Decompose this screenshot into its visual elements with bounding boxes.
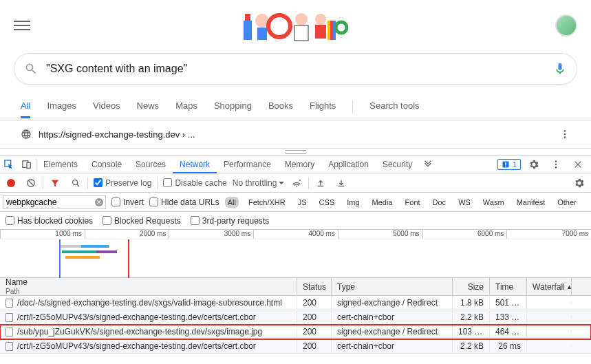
filter-types: All Fetch/XHR JS CSS Img Media Font Doc … <box>225 197 579 208</box>
device-toolbar-icon[interactable] <box>18 156 36 173</box>
tab-performance[interactable]: Performance <box>217 156 278 173</box>
filter-ws[interactable]: WS <box>455 197 473 208</box>
request-path: /crt/l-zG5oMUPv43/s/signed-exchange-test… <box>17 341 256 351</box>
table-row[interactable]: /crt/l-zG5oMUPv43/s/signed-exchange-test… <box>0 339 591 354</box>
filter-clear-icon[interactable]: ✕ <box>95 198 103 206</box>
search-icon-toolbar[interactable] <box>67 174 85 192</box>
filter-img[interactable]: Img <box>344 197 362 208</box>
filter-font[interactable]: Font <box>402 197 423 208</box>
tab-shopping[interactable]: Shopping <box>214 95 252 118</box>
tab-elements[interactable]: Elements <box>36 156 85 173</box>
request-type: cert-chain+cbor <box>332 340 453 352</box>
hide-data-urls-checkbox[interactable]: Hide data URLs <box>149 197 219 207</box>
has-blocked-cookies-checkbox[interactable]: Has blocked cookies <box>6 216 93 226</box>
preserve-log-checkbox[interactable]: Preserve log <box>94 178 151 188</box>
mic-icon[interactable] <box>553 62 567 76</box>
request-status: 200 <box>297 297 332 309</box>
globe-icon <box>21 129 32 140</box>
request-waterfall <box>527 345 572 347</box>
blocked-requests-checkbox[interactable]: Blocked Requests <box>103 216 181 226</box>
tab-security[interactable]: Security <box>376 156 419 173</box>
request-waterfall <box>527 330 572 333</box>
col-type[interactable]: Type <box>332 278 453 295</box>
upload-har-icon[interactable] <box>312 174 330 192</box>
filter-media[interactable]: Media <box>369 197 396 208</box>
file-icon <box>6 328 13 336</box>
filter-wasm[interactable]: Wasm <box>480 197 507 208</box>
svg-point-5 <box>295 13 308 25</box>
network-settings-icon[interactable] <box>570 174 588 192</box>
devtools-drag-handle[interactable] <box>0 148 591 155</box>
tab-videos[interactable]: Videos <box>93 95 120 118</box>
filter-bar: ✕ Invert Hide data URLs All Fetch/XHR JS… <box>0 193 591 212</box>
clear-icon[interactable] <box>22 174 40 192</box>
filter-icon[interactable] <box>46 174 64 192</box>
svg-rect-21 <box>505 165 506 167</box>
result-more-icon[interactable] <box>559 129 570 140</box>
throttling-select[interactable]: No throttling <box>233 178 286 188</box>
col-time[interactable]: Time <box>490 278 527 295</box>
result-url: https://signed-exchange-testing.dev › ..… <box>39 129 559 140</box>
col-status[interactable]: Status <box>297 278 332 295</box>
tab-memory[interactable]: Memory <box>278 156 321 173</box>
record-button[interactable] <box>7 179 15 187</box>
user-avatar[interactable] <box>555 14 577 36</box>
filter-doc[interactable]: Doc <box>430 197 449 208</box>
search-bar[interactable] <box>14 53 577 85</box>
google-search-area: All Images Videos News Maps Shopping Boo… <box>0 0 591 148</box>
svg-rect-1 <box>245 14 250 21</box>
download-har-icon[interactable] <box>332 174 350 192</box>
filter-all[interactable]: All <box>225 197 239 208</box>
devtools-menu-icon[interactable] <box>547 156 565 173</box>
file-icon <box>6 313 13 322</box>
file-icon <box>6 342 13 351</box>
devtools-close-icon[interactable] <box>569 156 587 173</box>
search-tools[interactable]: Search tools <box>369 95 419 118</box>
tab-news[interactable]: News <box>137 95 160 118</box>
devtools-tabs: Elements Console Sources Network Perform… <box>36 156 497 173</box>
svg-rect-8 <box>315 25 326 39</box>
tab-all[interactable]: All <box>21 95 30 118</box>
svg-rect-18 <box>27 162 30 168</box>
tab-application[interactable]: Application <box>321 156 376 173</box>
table-row[interactable]: /crt/l-zG5oMUPv43/s/signed-exchange-test… <box>0 310 591 325</box>
search-input[interactable] <box>46 63 545 75</box>
more-tabs-icon[interactable] <box>419 156 437 173</box>
network-conditions-icon[interactable] <box>288 174 305 192</box>
filter-js[interactable]: JS <box>295 197 310 208</box>
request-type: signed-exchange / Redirect <box>332 325 453 338</box>
col-waterfall[interactable]: Waterfall▲ <box>527 278 572 295</box>
tab-images[interactable]: Images <box>47 95 76 118</box>
table-row[interactable]: /sub/ypu_jZuGukVK/s/signed-exchange-test… <box>0 325 591 339</box>
tab-network[interactable]: Network <box>173 156 217 173</box>
inspect-element-icon[interactable] <box>0 156 18 173</box>
filter-manifest[interactable]: Manifest <box>514 197 548 208</box>
request-status: 200 <box>297 340 332 352</box>
request-waterfall <box>527 301 572 304</box>
search-tabs: All Images Videos News Maps Shopping Boo… <box>0 93 591 120</box>
filter-input[interactable] <box>3 195 106 209</box>
tab-sources[interactable]: Sources <box>129 156 173 173</box>
tab-maps[interactable]: Maps <box>175 95 197 118</box>
col-name[interactable]: NamePath <box>0 278 297 295</box>
hamburger-menu[interactable] <box>14 17 30 34</box>
disable-cache-checkbox[interactable]: Disable cache <box>163 178 226 188</box>
third-party-checkbox[interactable]: 3rd-party requests <box>191 216 269 226</box>
filter-other[interactable]: Other <box>555 197 579 208</box>
request-time: 501 ms <box>490 297 527 309</box>
svg-point-4 <box>268 15 290 37</box>
settings-icon[interactable] <box>525 156 543 173</box>
table-row[interactable]: /doc/-/s/signed-exchange-testing.dev/sxg… <box>0 296 591 310</box>
invert-checkbox[interactable]: Invert <box>111 197 144 207</box>
search-result[interactable]: https://signed-exchange-testing.dev › ..… <box>0 120 591 148</box>
tab-books[interactable]: Books <box>268 95 293 118</box>
google-doodle[interactable] <box>30 7 555 44</box>
tab-console[interactable]: Console <box>85 156 129 173</box>
network-timeline[interactable]: 1000 ms 2000 ms 3000 ms 4000 ms 5000 ms … <box>0 230 591 278</box>
svg-point-27 <box>297 186 298 187</box>
filter-css[interactable]: CSS <box>316 197 338 208</box>
col-size[interactable]: Size <box>453 278 490 295</box>
tab-flights[interactable]: Flights <box>310 95 336 118</box>
filter-fetch[interactable]: Fetch/XHR <box>246 197 288 208</box>
issues-badge[interactable]: 1 <box>497 159 521 170</box>
